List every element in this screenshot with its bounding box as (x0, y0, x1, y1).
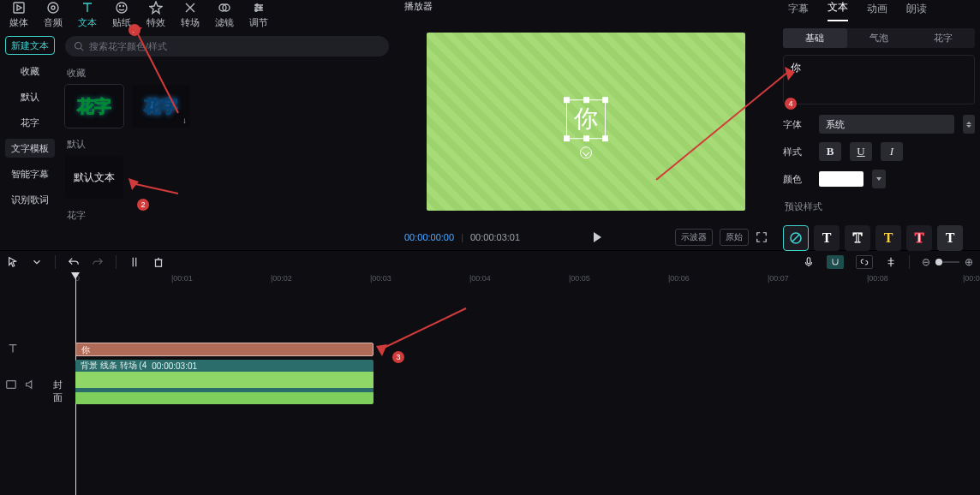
split-icon[interactable] (128, 256, 140, 268)
sidebar-lyric[interactable]: 识别歌词 (2, 190, 58, 209)
delete-icon[interactable] (152, 256, 164, 268)
timeline[interactable]: 0 |00:01 |00:02 |00:03 |00:04 |00:05 |00… (0, 272, 980, 495)
sidebar-smart-sub[interactable]: 智能字幕 (2, 164, 58, 183)
fullscreen-icon[interactable] (756, 231, 768, 243)
video-clip-dur: 00:00:03:01 (152, 361, 197, 371)
text-selection-box[interactable]: 你 (566, 99, 606, 139)
track-icon-text[interactable] (7, 343, 19, 355)
bold-button[interactable]: B (819, 142, 841, 161)
svg-point-6 (123, 6, 124, 7)
color-swatch[interactable] (819, 171, 863, 187)
download-icon: ↓ (182, 116, 187, 125)
svg-rect-18 (7, 381, 16, 389)
timecode-duration: 00:00:03:01 (470, 232, 520, 242)
sidebar-template[interactable]: 文字模板 (5, 139, 55, 158)
track-icon-video[interactable] (5, 379, 36, 391)
preset-white[interactable]: T (814, 225, 840, 251)
timeline-toolbar: ⊖ ⊕ (0, 250, 980, 272)
svg-rect-17 (807, 257, 810, 263)
magnet-toggle[interactable] (827, 255, 844, 269)
sidebar-new-text[interactable]: 新建文本 (5, 36, 55, 55)
insp-tab-read[interactable]: 朗读 (906, 2, 927, 21)
timeline-text-clip[interactable]: 你 (75, 343, 373, 356)
font-size-stepper[interactable] (963, 115, 975, 134)
section-fav: 收藏 (67, 67, 387, 80)
timeline-video-clip[interactable]: 背景 线条 转场 (4 00:00:03:01 (75, 360, 373, 404)
svg-point-5 (120, 6, 121, 7)
sidebar-default[interactable]: 默认 (2, 87, 58, 106)
redo-icon[interactable] (92, 256, 104, 268)
svg-rect-16 (156, 259, 162, 266)
section-default: 默认 (67, 138, 387, 151)
preset-red[interactable]: T (906, 225, 932, 251)
scope-button[interactable]: 示波器 (675, 229, 713, 246)
top-tab-fx[interactable]: 特效 (140, 0, 171, 29)
color-dropdown[interactable] (872, 170, 886, 188)
search-icon (74, 41, 84, 51)
svg-point-3 (51, 6, 55, 9)
thumb-huazi-2[interactable]: 花字↓ (132, 85, 190, 128)
zoom-slider[interactable]: ⊖ ⊕ (922, 256, 973, 268)
svg-point-2 (48, 3, 58, 13)
timecode-sep: | (461, 232, 463, 242)
insp-tab-subtitle[interactable]: 字幕 (788, 2, 809, 21)
insp-tab-text[interactable]: 文本 (828, 0, 848, 21)
style-label: 样式 (783, 146, 810, 158)
section-huazi: 花字 (67, 209, 387, 222)
sidebar-huazi[interactable]: 花字 (2, 113, 58, 132)
font-label: 字体 (783, 118, 810, 131)
undo-icon[interactable] (68, 256, 80, 268)
top-tab-sticker[interactable]: 贴纸 (106, 0, 137, 29)
underline-button[interactable]: U (850, 142, 872, 161)
mute-icon[interactable] (24, 379, 36, 391)
pointer-tool-icon[interactable] (7, 256, 19, 268)
top-tab-transition[interactable]: 转场 (175, 0, 206, 29)
chevron-down-icon[interactable] (31, 256, 43, 268)
sidebar-fav[interactable]: 收藏 (2, 62, 58, 81)
canvas-text-overlay: 你 (574, 103, 598, 135)
insp-tab-anim[interactable]: 动画 (867, 2, 887, 21)
search-placeholder: 搜索花字颜色/样式 (89, 40, 167, 53)
preset-boxed[interactable]: T (937, 225, 963, 251)
timecode-current: 00:00:00:00 (404, 232, 454, 242)
insp-subtab-basic[interactable]: 基础 (783, 28, 847, 48)
top-tab-media[interactable]: 媒体 (3, 0, 34, 29)
preset-yellow[interactable]: T (875, 225, 901, 251)
track-cover-label[interactable]: 封面 (53, 379, 63, 404)
play-button[interactable] (594, 232, 601, 242)
color-label: 颜色 (783, 173, 810, 186)
rotate-handle-icon[interactable] (580, 146, 592, 158)
insp-subtab-bubble[interactable]: 气泡 (847, 28, 911, 48)
timeline-ruler[interactable]: 0 |00:01 |00:02 |00:03 |00:04 |00:05 |00… (0, 272, 980, 289)
font-select[interactable]: 系统 (819, 115, 954, 134)
video-clip-name: 背景 线条 转场 (4 (81, 360, 146, 372)
top-tab-audio[interactable]: 音频 (38, 0, 69, 29)
mic-icon[interactable] (803, 256, 815, 268)
svg-line-13 (81, 48, 83, 51)
top-tab-filter[interactable]: 滤镜 (209, 0, 240, 29)
italic-button[interactable]: I (881, 142, 903, 161)
top-tab-adjust[interactable]: 调节 (243, 0, 274, 29)
text-content-textarea[interactable] (783, 55, 975, 104)
svg-marker-1 (17, 5, 21, 10)
thumb-default-text[interactable]: 默认文本 (65, 156, 123, 199)
thumb-huazi-1[interactable]: 花字 (65, 85, 123, 128)
insp-subtab-huazi[interactable]: 花字 (911, 28, 975, 48)
preset-outline[interactable]: T (845, 225, 870, 251)
svg-point-4 (117, 3, 127, 13)
preview-canvas[interactable]: 你 (427, 33, 745, 211)
player-title: 播放器 (397, 0, 774, 19)
preset-label: 预设样式 (785, 200, 973, 213)
svg-point-12 (75, 43, 82, 50)
align-icon[interactable] (885, 256, 897, 268)
svg-line-15 (792, 235, 799, 242)
link-toggle[interactable] (856, 255, 873, 269)
preset-none[interactable] (783, 225, 809, 251)
search-input[interactable]: 搜索花字颜色/样式 (65, 36, 389, 57)
top-tab-text[interactable]: 文本 (72, 0, 103, 29)
original-button[interactable]: 原始 (720, 229, 749, 246)
